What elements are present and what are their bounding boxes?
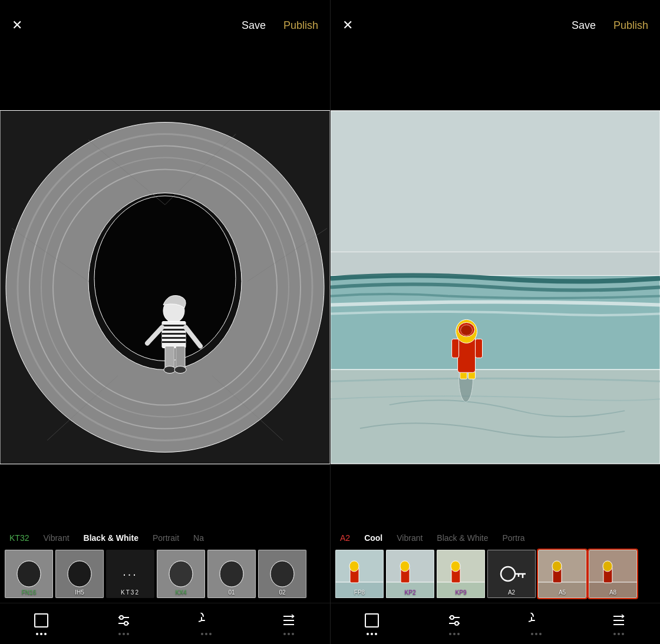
right-filter-kp9[interactable]: KP9: [437, 550, 485, 598]
svg-point-60: [461, 325, 473, 335]
right-thumb-label-a8: A8: [589, 589, 637, 596]
right-thumb-label-kp9: KP9: [437, 589, 485, 596]
right-adjust-button[interactable]: [446, 612, 463, 635]
right-thumb-label-fp8: FP8: [335, 589, 384, 596]
right-adj-dot-1: [449, 633, 451, 635]
left-filter-cat-na[interactable]: Na: [193, 533, 204, 543]
svg-point-72: [451, 561, 460, 572]
right-filter-cat-vibrant[interactable]: Vibrant: [397, 533, 423, 543]
left-thumb-label-01: 01: [207, 589, 256, 596]
svg-point-39: [120, 616, 123, 619]
right-frames-button[interactable]: [364, 612, 380, 635]
svg-point-26: [174, 366, 186, 374]
left-sel-dot-3: [292, 633, 294, 635]
left-selective-icon: [280, 612, 297, 629]
svg-rect-56: [452, 339, 459, 358]
right-close-button[interactable]: ✕: [342, 19, 353, 32]
left-adj-dot-2: [123, 633, 125, 635]
right-adj-dot-3: [457, 633, 460, 635]
right-thumb-label-a2: A2: [487, 589, 536, 596]
left-filter-cat-portrait[interactable]: Portrait: [153, 533, 179, 543]
left-dot-2: [40, 633, 42, 635]
right-adjust-icon: [446, 612, 463, 629]
left-selective-button[interactable]: [280, 612, 297, 635]
left-dot-1: [36, 633, 38, 635]
right-publish-button[interactable]: Publish: [613, 19, 648, 32]
svg-rect-37: [35, 614, 48, 627]
left-publish-button[interactable]: Publish: [283, 19, 318, 32]
svg-point-85: [603, 561, 612, 572]
left-filter-ih5[interactable]: IH5: [55, 550, 104, 598]
right-frames-dots: [367, 633, 377, 635]
left-photo-bw: [0, 51, 330, 524]
right-filter-cat-bw[interactable]: Black & White: [437, 533, 488, 543]
left-adj-dot-1: [118, 633, 121, 635]
left-thumb-label-kx4: KX4: [157, 589, 205, 596]
right-photo-beach: [331, 51, 660, 524]
right-adj-dot-2: [453, 633, 456, 635]
right-hist-dot-3: [539, 633, 542, 635]
svg-rect-57: [476, 339, 483, 358]
left-filter-categories: KT32 Vibrant Black & White Portrait Na: [0, 524, 330, 547]
right-photo-area: [331, 51, 660, 524]
left-adj-dot-3: [127, 633, 129, 635]
right-save-button[interactable]: Save: [572, 19, 596, 32]
left-save-button[interactable]: Save: [242, 19, 266, 32]
left-sel-dot-2: [288, 633, 290, 635]
right-history-button[interactable]: [528, 612, 544, 635]
right-filter-cat-portrait[interactable]: Portra: [502, 533, 524, 543]
left-photo-area: [0, 51, 330, 524]
left-thumb-dots: ···: [123, 567, 138, 581]
svg-point-34: [220, 561, 243, 587]
svg-point-41: [124, 622, 128, 625]
right-dot-2: [371, 633, 373, 635]
left-filter-cat-kt32[interactable]: KT32: [9, 533, 29, 543]
right-filter-a8[interactable]: A8: [589, 550, 637, 598]
left-adjust-icon: [116, 612, 132, 629]
right-header: ✕ Save Publish: [331, 0, 660, 51]
right-bottom-toolbar: [331, 603, 660, 644]
right-sel-dot-3: [622, 633, 624, 635]
svg-point-64: [349, 561, 359, 572]
left-history-dots: [201, 633, 212, 635]
right-history-dots: [531, 633, 542, 635]
left-filter-section: KT32 Vibrant Black & White Portrait Na F…: [0, 524, 330, 603]
left-adjust-button[interactable]: [116, 612, 132, 635]
right-filter-a2[interactable]: A2: [487, 550, 536, 598]
left-frames-dots: [36, 633, 47, 635]
left-thumb-label-fn16: FN16: [5, 589, 53, 596]
right-panel: ✕ Save Publish: [330, 0, 660, 644]
svg-rect-51: [331, 369, 660, 464]
left-filter-cat-vibrant[interactable]: Vibrant: [43, 533, 69, 543]
right-dot-1: [367, 633, 369, 635]
left-frames-button[interactable]: [33, 612, 50, 635]
right-selective-button[interactable]: [610, 612, 627, 635]
left-filter-02[interactable]: 02: [258, 550, 306, 598]
right-filter-a5[interactable]: A5: [538, 550, 586, 598]
left-filter-thumbs: FN16 IH5 ··· KT32 KX4 01: [0, 547, 330, 603]
left-history-button[interactable]: [198, 612, 214, 635]
right-header-actions: Save Publish: [572, 19, 648, 32]
svg-point-81: [552, 561, 562, 572]
right-filter-categories: A2 Cool Vibrant Black & White Portra: [331, 524, 660, 547]
right-filter-kp2[interactable]: KP2: [386, 550, 434, 598]
right-hist-dot-2: [535, 633, 537, 635]
left-filter-cat-bw[interactable]: Black & White: [84, 533, 138, 543]
svg-point-68: [400, 561, 410, 572]
right-filter-fp8[interactable]: FP8: [335, 550, 384, 598]
right-filter-cat-a2[interactable]: A2: [340, 533, 350, 543]
left-filter-01[interactable]: 01: [207, 550, 256, 598]
svg-rect-48: [331, 111, 660, 276]
right-filter-cat-cool[interactable]: Cool: [364, 533, 382, 543]
left-filter-fn16[interactable]: FN16: [5, 550, 53, 598]
svg-point-36: [270, 561, 294, 587]
left-thumb-label-kt32: KT32: [106, 589, 154, 596]
right-selective-dots: [613, 633, 624, 635]
left-panel: ✕ Save Publish: [0, 0, 330, 644]
left-close-button[interactable]: ✕: [12, 19, 22, 32]
left-filter-kt32[interactable]: ··· KT32: [106, 550, 154, 598]
svg-point-25: [164, 366, 176, 374]
left-header-actions: Save Publish: [242, 19, 318, 32]
right-sel-dot-2: [618, 633, 620, 635]
left-filter-kx4[interactable]: KX4: [157, 550, 205, 598]
